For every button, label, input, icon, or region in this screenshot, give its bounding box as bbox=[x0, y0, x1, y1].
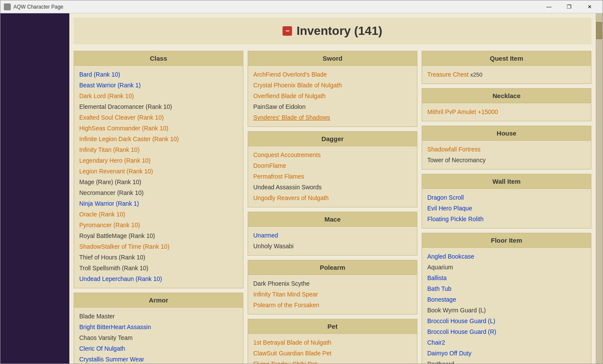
dagger-content: Conquest Accoutrements DoomFlame Permafr… bbox=[248, 146, 417, 207]
list-item[interactable]: Dark Phoenix Scythe bbox=[253, 278, 412, 289]
list-item[interactable]: Crystal Phoenix Blade of Nulgath bbox=[253, 80, 412, 91]
polearm-section: Polearm Dark Phoenix Scythe Infinity Tit… bbox=[248, 260, 417, 315]
list-item[interactable]: Thief of Hours (Rank 10) bbox=[79, 252, 238, 263]
list-item[interactable]: Exalted Soul Cleaver (Rank 10) bbox=[79, 112, 238, 123]
polearm-header: Polearm bbox=[248, 260, 417, 275]
list-item[interactable]: Beast Warrior (Rank 1) bbox=[79, 80, 238, 91]
content-area: − Inventory (141) Class Bard (Rank 10) B… bbox=[0, 13, 603, 364]
inventory-header: − Inventory (141) bbox=[74, 18, 591, 44]
list-item[interactable]: Ballista bbox=[427, 273, 586, 284]
mace-section: Mace Unarmed Unholy Wasabi bbox=[248, 212, 417, 256]
quest-item-header: Quest Item bbox=[422, 51, 591, 66]
list-item[interactable]: Oracle (Rank 10) bbox=[79, 209, 238, 220]
list-item[interactable]: Synderes' Blade of Shadows bbox=[253, 112, 412, 123]
list-item[interactable]: ArchFiend Overlord's Blade bbox=[253, 69, 412, 80]
close-button[interactable]: ✕ bbox=[580, 0, 599, 13]
titlebar-controls: — ❐ ✕ bbox=[539, 0, 599, 13]
list-item[interactable]: Ungodly Reavers of Nulgath bbox=[253, 193, 412, 204]
wall-item-section: Wall Item Dragon Scroll Evil Hero Plaque… bbox=[422, 174, 591, 228]
list-item[interactable]: 1st Betrayal Blade of Nulgath bbox=[253, 337, 412, 348]
collapse-icon[interactable]: − bbox=[283, 26, 292, 36]
list-item[interactable]: Necromancer (Rank 10) bbox=[79, 188, 238, 198]
scrollbar[interactable] bbox=[596, 13, 603, 364]
list-item[interactable]: Daimyo Off Duty bbox=[427, 348, 586, 359]
list-item[interactable]: Polearm of the Forsaken bbox=[253, 300, 412, 311]
quest-item-content: Treasure Chest x250 bbox=[422, 66, 591, 83]
list-item[interactable]: Pyromancer (Rank 10) bbox=[79, 220, 238, 231]
list-item[interactable]: Troll Spellsmith (Rank 10) bbox=[79, 263, 238, 274]
house-header: House bbox=[422, 126, 591, 141]
list-item[interactable]: Unholy Wasabi bbox=[253, 241, 412, 252]
list-item[interactable]: Overfiend Blade of Nulgath bbox=[253, 91, 412, 102]
list-item[interactable]: Tower of Necromancy bbox=[427, 155, 586, 166]
armor-content: Blade Master Bright BitterHeart Assassin… bbox=[74, 308, 243, 364]
house-section: House Shadowfall Fortress Tower of Necro… bbox=[422, 126, 591, 170]
list-item[interactable]: Mithril PvP Amulet +15000 bbox=[427, 107, 586, 117]
list-item[interactable]: Flying Tendou Chibi Pet bbox=[253, 359, 412, 364]
list-item[interactable]: Bard (Rank 10) bbox=[79, 69, 238, 80]
list-item[interactable]: Bath Tub bbox=[427, 284, 586, 294]
list-item[interactable]: ShadowStalker of Time (Rank 10) bbox=[79, 241, 238, 252]
list-item[interactable]: Bonestage bbox=[427, 294, 586, 305]
list-item[interactable]: Chaos Varsity Team bbox=[79, 333, 238, 343]
list-item[interactable]: Aquarium bbox=[427, 262, 586, 273]
sword-content: ArchFiend Overlord's Blade Crystal Phoen… bbox=[248, 66, 417, 126]
columns-container: Class Bard (Rank 10) Beast Warrior (Rank… bbox=[74, 51, 591, 364]
list-item[interactable]: Treasure Chest x250 bbox=[427, 69, 586, 80]
list-item[interactable]: Broccoli House Guard (R) bbox=[427, 327, 586, 337]
list-item[interactable]: Elemental Dracomancer (Rank 10) bbox=[79, 102, 238, 112]
mace-content: Unarmed Unholy Wasabi bbox=[248, 227, 417, 255]
titlebar-left: AQW Character Page bbox=[4, 3, 63, 10]
floor-item-header: Floor Item bbox=[422, 233, 591, 248]
list-item[interactable]: Shadowfall Fortress bbox=[427, 144, 586, 155]
list-item[interactable]: DoomFlame bbox=[253, 160, 412, 171]
app-window: AQW Character Page — ❐ ✕ − Inventory (14… bbox=[0, 0, 603, 364]
list-item[interactable]: Angled Bookcase bbox=[427, 251, 586, 262]
list-item[interactable]: Unarmed bbox=[253, 230, 412, 241]
pet-header: Pet bbox=[248, 319, 417, 334]
list-item[interactable]: Undead Assassin Swords bbox=[253, 182, 412, 193]
list-item[interactable]: Dragon Scroll bbox=[427, 192, 586, 203]
list-item[interactable]: Evil Hero Plaque bbox=[427, 203, 586, 214]
list-item[interactable]: Dartboard bbox=[427, 359, 586, 364]
left-sidebar bbox=[0, 13, 69, 364]
list-item[interactable]: Permafrost Flames bbox=[253, 171, 412, 182]
floor-item-section: Floor Item Angled Bookcase Aquarium Ball… bbox=[422, 233, 591, 364]
armor-header: Armor bbox=[74, 293, 243, 308]
list-item[interactable]: Royal BattleMage (Rank 10) bbox=[79, 231, 238, 241]
sword-section: Sword ArchFiend Overlord's Blade Crystal… bbox=[248, 51, 417, 127]
list-item[interactable]: Infinity Titan Mind Spear bbox=[253, 289, 412, 300]
list-item[interactable]: Legendary Hero (Rank 10) bbox=[79, 155, 238, 166]
list-item[interactable]: Chair2 bbox=[427, 337, 586, 348]
list-item[interactable]: Ninja Warrior (Rank 1) bbox=[79, 198, 238, 209]
list-item[interactable]: ClawSuit Guardian Blade Pet bbox=[253, 348, 412, 359]
armor-section: Armor Blade Master Bright BitterHeart As… bbox=[74, 293, 243, 364]
list-item[interactable]: Dark Lord (Rank 10) bbox=[79, 91, 238, 102]
scrollbar-thumb[interactable] bbox=[596, 22, 602, 39]
list-item[interactable]: Undead Leperchaun (Rank 10) bbox=[79, 274, 238, 284]
list-item[interactable]: Conquest Accoutrements bbox=[253, 150, 412, 160]
column-middle: Sword ArchFiend Overlord's Blade Crystal… bbox=[248, 51, 417, 364]
pet-section: Pet 1st Betrayal Blade of Nulgath ClawSu… bbox=[248, 319, 417, 364]
maximize-button[interactable]: ❐ bbox=[559, 0, 579, 13]
list-item[interactable]: Infinite Legion Dark Caster (Rank 10) bbox=[79, 134, 238, 145]
column-right: Quest Item Treasure Chest x250 Necklace … bbox=[422, 51, 591, 364]
list-item[interactable]: Crystallis Summer Wear bbox=[79, 354, 238, 364]
list-item[interactable]: Bright BitterHeart Assassin bbox=[79, 322, 238, 333]
app-icon bbox=[4, 3, 11, 10]
list-item[interactable]: Blade Master bbox=[79, 311, 238, 322]
floor-item-content: Angled Bookcase Aquarium Ballista Bath T… bbox=[422, 248, 591, 364]
minimize-button[interactable]: — bbox=[539, 0, 559, 13]
list-item[interactable]: Infinity Titan (Rank 10) bbox=[79, 145, 238, 155]
list-item[interactable]: HighSeas Commander (Rank 10) bbox=[79, 123, 238, 134]
list-item[interactable]: Cleric Of Nulgath bbox=[79, 343, 238, 354]
list-item[interactable]: Book Wyrm Guard (L) bbox=[427, 305, 586, 316]
list-item[interactable]: PainSaw of Eidolon bbox=[253, 102, 412, 112]
list-item[interactable]: Mage (Rare) (Rank 10) bbox=[79, 177, 238, 188]
list-item[interactable]: Floating Pickle Rolith bbox=[427, 214, 586, 225]
list-item[interactable]: Legion Revenant (Rank 10) bbox=[79, 166, 238, 177]
column-left: Class Bard (Rank 10) Beast Warrior (Rank… bbox=[74, 51, 243, 364]
class-section: Class Bard (Rank 10) Beast Warrior (Rank… bbox=[74, 51, 243, 288]
titlebar: AQW Character Page — ❐ ✕ bbox=[0, 0, 603, 13]
list-item[interactable]: Broccoli House Guard (L) bbox=[427, 316, 586, 327]
